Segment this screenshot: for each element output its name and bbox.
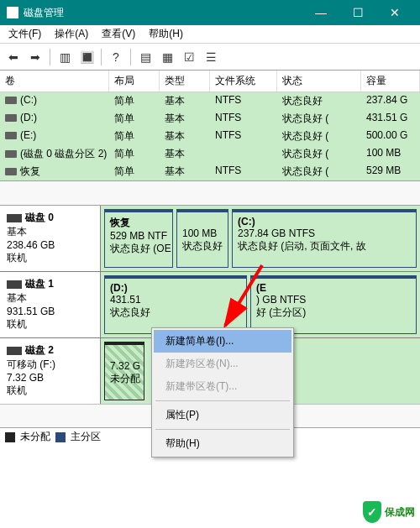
watermark: ✓ 保成网 [363,501,415,523]
disk-icon [7,347,22,355]
help-icon[interactable]: ? [106,47,126,67]
col-status[interactable]: 状态 [277,71,361,91]
table-body: (C:)简单基本NTFS状态良好237.84 G (D:)简单基本NTFS状态良… [0,92,420,180]
volume-icon [5,168,17,175]
col-capacity[interactable]: 容量 [361,71,420,91]
table-row[interactable]: (C:)简单基本NTFS状态良好237.84 G [0,92,420,110]
menu-separator [155,400,290,401]
menubar: 文件(F) 操作(A) 查看(V) 帮助(H) [0,25,420,44]
partition-c[interactable]: (C:)237.84 GB NTFS状态良好 (启动, 页面文件, 故 [232,209,417,268]
col-layout[interactable]: 布局 [109,71,160,91]
list-icon[interactable]: ☰ [201,47,221,67]
tool-panel-icon[interactable]: ▥ [55,47,75,67]
shield-icon: ✓ [363,501,381,523]
menu-action[interactable]: 操作(A) [50,25,93,43]
disk-info[interactable]: 磁盘 1 基本 931.51 GB 联机 [0,272,101,337]
forward-button[interactable]: ➡ [25,47,45,67]
partition-recovery[interactable]: 恢复529 MB NTF状态良好 (OE [104,209,173,268]
table-header: 卷 布局 类型 文件系统 状态 容量 [0,71,420,92]
disk-info[interactable]: 磁盘 0 基本 238.46 GB 联机 [0,206,101,271]
menu-view[interactable]: 查看(V) [97,25,140,43]
volume-table: 卷 布局 类型 文件系统 状态 容量 (C:)简单基本NTFS状态良好237.8… [0,71,420,180]
table-row[interactable]: (磁盘 0 磁盘分区 2)简单基本状态良好 (100 MB [0,145,420,163]
maximize-button[interactable]: ☐ [339,0,376,25]
table-row[interactable]: (E:)简单基本NTFS状态良好 (500.00 G [0,128,420,145]
window-title: 磁盘管理 [24,6,302,20]
svg-line-0 [225,265,262,326]
toolbar: ⬅ ➡ ▥ 🔳 ? ▤ ▦ ☑ ☰ [0,44,420,71]
legend-unallocated: 未分配 [20,430,50,444]
volume-icon [5,150,17,158]
menu-file[interactable]: 文件(F) [3,25,46,43]
app-icon [7,7,18,18]
disk-icon [7,280,22,289]
back-button[interactable]: ⬅ [3,47,24,67]
volume-icon [5,132,17,139]
col-volume[interactable]: 卷 [0,71,109,91]
col-type[interactable]: 类型 [160,71,210,91]
minimize-button[interactable]: — [302,0,339,25]
view2-icon[interactable]: ▦ [157,47,177,67]
context-menu: 新建简单卷(I)... 新建跨区卷(N)... 新建带区卷(T)... 属性(P… [151,327,294,457]
table-row[interactable]: 恢复简单基本NTFS状态良好 (529 MB [0,163,420,180]
menu-help[interactable]: 帮助(H) [154,432,291,455]
titlebar: 磁盘管理 — ☐ ✕ [0,0,420,25]
tool-grid-icon[interactable]: 🔳 [76,47,97,67]
swatch-unallocated [5,432,15,442]
separator [50,49,50,65]
separator [130,49,131,65]
menu-new-striped-volume: 新建带区卷(T)... [154,375,291,398]
check-icon[interactable]: ☑ [179,47,199,67]
swatch-primary [55,432,66,442]
menu-new-simple-volume[interactable]: 新建简单卷(I)... [154,330,291,353]
separator [101,49,102,65]
disk-icon [7,214,22,222]
partition-unallocated[interactable]: 7.32 G未分配 [104,342,144,400]
close-button[interactable]: ✕ [376,0,413,25]
table-row[interactable]: (D:)简单基本NTFS状态良好 (431.51 G [0,110,420,128]
menu-properties[interactable]: 属性(P) [154,404,291,426]
col-fs[interactable]: 文件系统 [210,71,277,91]
disk-info[interactable]: 磁盘 2 可移动 (F:) 7.32 GB 联机 [0,338,101,404]
view1-icon[interactable]: ▤ [135,47,155,67]
menu-new-spanned-volume: 新建跨区卷(N)... [154,353,291,375]
menu-help[interactable]: 帮助(H) [144,25,188,43]
splitter[interactable] [0,180,420,206]
volume-icon [5,114,17,122]
legend-primary: 主分区 [71,430,101,444]
annotation-arrow [202,260,277,336]
menu-separator [155,429,290,430]
volume-icon [5,97,17,104]
partition-efi[interactable]: 100 MB状态良好 [176,209,228,268]
